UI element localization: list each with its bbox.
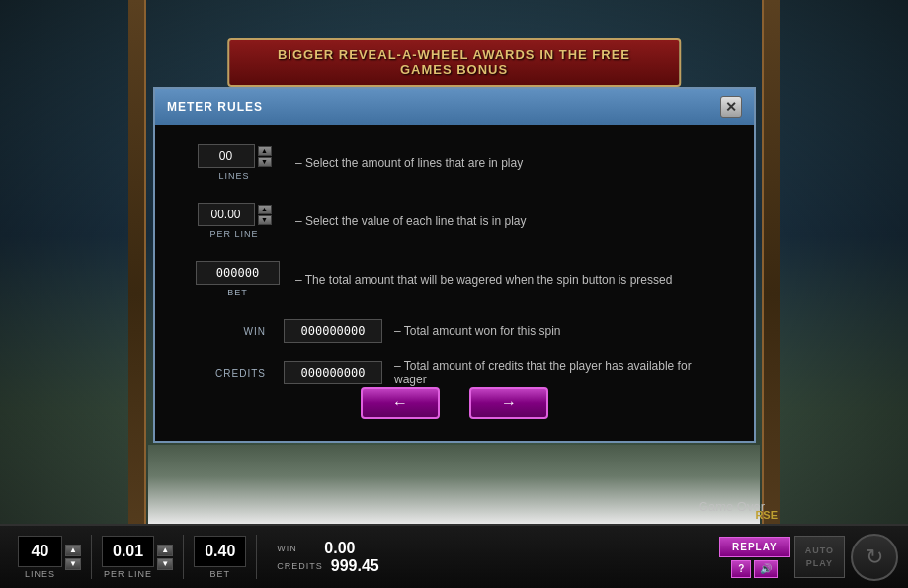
credits-rule-text: – Total amount of credits that the playe… bbox=[394, 359, 724, 386]
lines-down-arrow[interactable]: ▼ bbox=[258, 157, 272, 167]
win-label-sm: WIN bbox=[277, 544, 316, 553]
autoplay-button[interactable]: AUTOPLAY bbox=[794, 536, 845, 578]
bet-control: 000000 BET bbox=[196, 261, 280, 297]
perline-up-btn[interactable]: ▲ bbox=[157, 545, 173, 556]
perline-down-btn[interactable]: ▼ bbox=[157, 558, 173, 570]
win-label: WIN bbox=[211, 326, 276, 337]
perline-arrows: ▲ ▼ bbox=[258, 205, 272, 225]
perline-control: 00.00 ▲ ▼ PER LINE bbox=[195, 203, 274, 239]
rule-row-win: WIN 000000000 – Total amount won for thi… bbox=[185, 319, 724, 343]
bet-value: 000000 bbox=[196, 261, 280, 285]
bet-rule-text: – The total amount that will be wagered … bbox=[295, 273, 724, 287]
left-column bbox=[128, 0, 146, 588]
rule-row-perline: 00.00 ▲ ▼ PER LINE – Select the value of… bbox=[185, 203, 724, 239]
lines-group: 40 LINES bbox=[18, 536, 62, 579]
lines-label: LINES bbox=[218, 171, 249, 181]
perline-value: 00.00 bbox=[198, 203, 255, 226]
perline-down-arrow[interactable]: ▼ bbox=[258, 215, 272, 225]
rule-row-credits: CREDITS 000000000 – Total amount of cred… bbox=[185, 359, 724, 386]
dialog-body: 00 ▲ ▼ LINES – Select the amount of line… bbox=[155, 125, 754, 406]
top-banner: BIGGER REVEAL-A-WHEEL AWARDS IN THE FREE… bbox=[227, 38, 682, 87]
lines-control: 00 ▲ ▼ LINES bbox=[195, 144, 274, 181]
perline-label: PER LINE bbox=[209, 229, 258, 239]
perline-arrows-bottom: ▲ ▼ bbox=[157, 545, 173, 570]
refresh-icon: ↻ bbox=[866, 545, 883, 570]
credits-value: 000000000 bbox=[284, 361, 382, 384]
rule-row-lines: 00 ▲ ▼ LINES – Select the amount of line… bbox=[185, 144, 724, 181]
bet-group: 0.40 BET bbox=[194, 536, 246, 579]
bottom-bet-label: BET bbox=[209, 569, 230, 579]
win-credits-section: WIN 0.00 CREDITS 999.45 bbox=[277, 540, 378, 575]
bottom-lines-label: LINES bbox=[25, 569, 55, 579]
credits-label-sm: CREDITS bbox=[277, 561, 323, 571]
meter-rules-dialog: METER RULES ✕ 00 ▲ ▼ LINES – Select the … bbox=[153, 87, 756, 443]
dialog-title: METER RULES bbox=[167, 100, 263, 114]
credits-label: CREDITS bbox=[211, 368, 276, 378]
lines-rule-text: – Select the amount of lines that are in… bbox=[295, 156, 724, 170]
lines-up-btn[interactable]: ▲ bbox=[65, 545, 81, 556]
bottom-credits-value: 999.45 bbox=[331, 557, 379, 575]
rse-logo: RSE bbox=[755, 509, 778, 521]
banner-text: BIGGER REVEAL-A-WHEEL AWARDS IN THE FREE… bbox=[259, 47, 650, 77]
dialog-header: METER RULES ✕ bbox=[155, 89, 754, 125]
forward-button[interactable]: → bbox=[469, 387, 548, 419]
lines-arrows-bottom: ▲ ▼ bbox=[65, 545, 81, 570]
close-button[interactable]: ✕ bbox=[720, 96, 742, 118]
bottom-win-value: 0.00 bbox=[324, 540, 355, 557]
sound-button[interactable]: 🔊 bbox=[754, 560, 778, 578]
rule-row-bet: 000000 BET – The total amount that will … bbox=[185, 261, 724, 297]
help-button[interactable]: ? bbox=[731, 560, 751, 578]
credits-row: CREDITS 999.45 bbox=[277, 557, 378, 575]
sep1 bbox=[91, 535, 92, 579]
perline-group: 0.01 PER LINE bbox=[102, 536, 154, 579]
lines-down-btn[interactable]: ▼ bbox=[65, 558, 81, 570]
nav-buttons: ← → bbox=[155, 387, 754, 419]
perline-rule-text: – Select the value of each line that is … bbox=[295, 214, 724, 228]
back-button[interactable]: ← bbox=[361, 387, 440, 419]
lines-spinner: 00 ▲ ▼ bbox=[198, 144, 272, 168]
sep2 bbox=[183, 535, 184, 579]
replay-button[interactable]: REPLAY bbox=[719, 537, 790, 557]
lines-up-arrow[interactable]: ▲ bbox=[258, 146, 272, 156]
win-rule-text: – Total amount won for this spin bbox=[394, 324, 724, 338]
back-arrow-icon: ← bbox=[392, 394, 408, 412]
bottom-bar: 40 LINES ▲ ▼ 0.01 PER LINE ▲ ▼ 0.40 BET … bbox=[0, 524, 908, 588]
sep3 bbox=[256, 535, 257, 579]
perline-up-arrow[interactable]: ▲ bbox=[258, 205, 272, 214]
autoplay-label: AUTOPLAY bbox=[805, 546, 834, 568]
lines-value: 00 bbox=[198, 144, 255, 168]
bottom-perline-label: PER LINE bbox=[104, 569, 152, 579]
lines-arrows: ▲ ▼ bbox=[258, 146, 272, 167]
bottom-perline-value: 0.01 bbox=[102, 536, 154, 567]
spin-refresh-button[interactable]: ↻ bbox=[851, 534, 898, 581]
win-row: WIN 0.00 bbox=[277, 540, 378, 557]
perline-spinner: 00.00 ▲ ▼ bbox=[198, 203, 272, 226]
bottom-bet-value: 0.40 bbox=[194, 536, 246, 567]
bet-label: BET bbox=[227, 288, 248, 297]
bottom-lines-value: 40 bbox=[18, 536, 62, 567]
forward-arrow-icon: → bbox=[501, 394, 517, 412]
ground-area bbox=[148, 445, 760, 524]
win-value: 000000000 bbox=[284, 319, 382, 343]
